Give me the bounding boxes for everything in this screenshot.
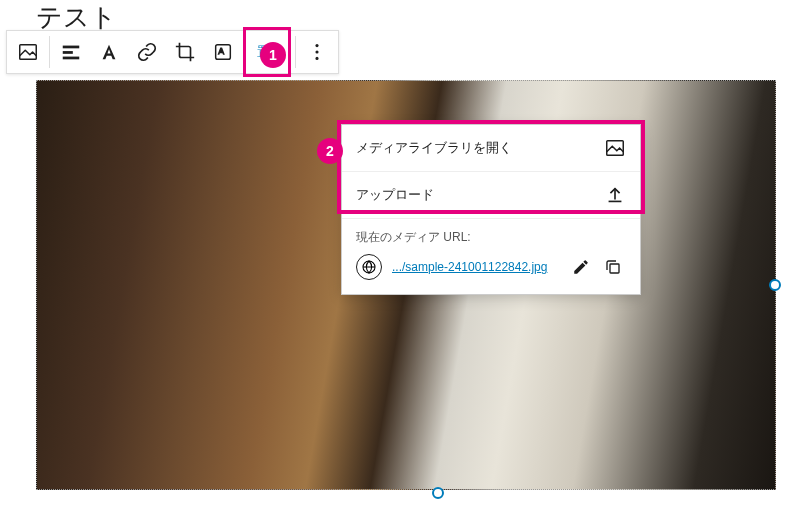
copy-icon (604, 258, 622, 276)
block-type-button[interactable] (9, 31, 47, 73)
svg-point-7 (315, 57, 318, 60)
svg-rect-2 (63, 51, 73, 54)
copy-url-button[interactable] (600, 254, 626, 280)
crop-button[interactable] (166, 31, 204, 73)
current-media-section: 現在のメディア URL: .../sample-241001122842.jpg (342, 219, 640, 294)
link-icon (136, 41, 158, 63)
link-button[interactable] (128, 31, 166, 73)
globe-icon (356, 254, 382, 280)
image-icon (17, 41, 39, 63)
upload-icon (604, 184, 626, 206)
svg-rect-3 (63, 57, 80, 60)
current-media-url-link[interactable]: .../sample-241001122842.jpg (392, 260, 558, 274)
more-icon (306, 41, 328, 63)
more-options-button[interactable] (298, 31, 336, 73)
annotation-badge-2: 2 (317, 138, 343, 164)
align-icon (60, 41, 82, 63)
svg-point-6 (315, 50, 318, 53)
resize-handle-right[interactable] (769, 279, 781, 291)
upload-label: アップロード (356, 186, 434, 204)
duotone-icon (212, 41, 234, 63)
align-button[interactable] (52, 31, 90, 73)
pencil-icon (572, 258, 590, 276)
replace-dropdown: メディアライブラリを開く アップロード 現在のメディア URL: .../sam… (341, 124, 641, 295)
open-media-library-label: メディアライブラリを開く (356, 139, 512, 157)
text-overlay-button[interactable] (90, 31, 128, 73)
svg-rect-10 (610, 264, 619, 273)
image-icon (604, 137, 626, 159)
current-media-label: 現在のメディア URL: (356, 229, 626, 246)
annotation-badge-1: 1 (260, 42, 286, 68)
svg-point-5 (315, 44, 318, 47)
resize-handle-bottom[interactable] (432, 487, 444, 499)
text-overlay-icon (98, 41, 120, 63)
block-toolbar: 置換 (6, 30, 339, 74)
upload-item[interactable]: アップロード (342, 172, 640, 219)
crop-icon (174, 41, 196, 63)
duotone-button[interactable] (204, 31, 242, 73)
edit-url-button[interactable] (568, 254, 594, 280)
open-media-library-item[interactable]: メディアライブラリを開く (342, 125, 640, 172)
svg-rect-1 (63, 46, 80, 49)
